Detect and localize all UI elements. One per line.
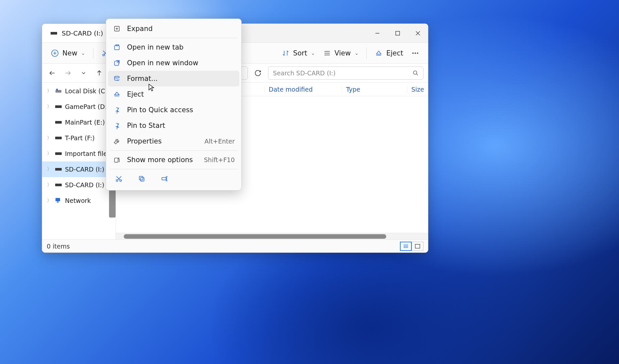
- menu-item-label: Open in new window: [127, 59, 198, 67]
- svg-rect-22: [56, 90, 61, 93]
- menu-item-wrench[interactable]: PropertiesAlt+Enter: [108, 133, 239, 149]
- refresh-button[interactable]: [252, 68, 263, 79]
- window-controls: [367, 24, 428, 43]
- menu-item-label: Open in new tab: [127, 43, 183, 51]
- chevron-right-icon[interactable]: 〉: [47, 182, 52, 188]
- menu-separator: [110, 38, 237, 38]
- format-icon: [113, 74, 121, 83]
- arrow-right-icon: [64, 69, 71, 77]
- close-icon: [415, 31, 421, 36]
- nav-tree: 〉Local Disk (C:)〉GamePart (D:)〉MainPart …: [42, 83, 116, 239]
- tree-item[interactable]: 〉SD-CARD (I:): [42, 161, 116, 177]
- maximize-button[interactable]: [388, 24, 408, 43]
- svg-rect-35: [116, 45, 119, 46]
- view-button[interactable]: View ⌄: [320, 47, 362, 59]
- details-view-toggle[interactable]: [400, 242, 412, 251]
- drive-icon: [55, 168, 62, 171]
- tree-item[interactable]: 〉SD-CARD (I:): [42, 177, 116, 193]
- menu-item-eject[interactable]: Eject: [108, 86, 239, 102]
- menu-item-more[interactable]: Show more optionsShift+F10: [108, 152, 239, 168]
- menu-item-new-tab[interactable]: Open in new tab: [108, 39, 239, 55]
- more-icon: [113, 156, 121, 164]
- svg-rect-43: [140, 177, 144, 181]
- chevron-right-icon[interactable]: 〉: [47, 198, 52, 204]
- chevron-down-icon: ⌄: [355, 51, 358, 56]
- up-button[interactable]: [94, 68, 105, 79]
- tree-item[interactable]: 〉MainPart (E:): [42, 114, 116, 130]
- svg-point-37: [115, 76, 119, 78]
- minimize-button[interactable]: [367, 24, 388, 43]
- list-icon: [403, 244, 409, 249]
- new-label: New: [62, 49, 77, 57]
- new-button[interactable]: New ⌄: [47, 47, 88, 59]
- search-input[interactable]: Search SD-CARD (I:): [268, 67, 423, 80]
- tree-item-label: SD-CARD (I:): [65, 181, 104, 189]
- arrow-left-icon: [49, 69, 56, 77]
- chevron-right-icon[interactable]: 〉: [47, 151, 52, 157]
- eject-label: Eject: [386, 49, 403, 57]
- status-item-count: 0 items: [47, 243, 70, 250]
- chevron-down-icon: ⌄: [311, 51, 315, 56]
- tree-item[interactable]: 〉Network: [42, 193, 116, 208]
- refresh-icon: [254, 69, 262, 77]
- back-button[interactable]: [47, 68, 58, 79]
- forward-button[interactable]: [62, 68, 73, 79]
- chevron-right-icon[interactable]: 〉: [47, 135, 52, 141]
- tab-title: SD-CARD (I:): [62, 29, 103, 37]
- cut-icon: [115, 175, 122, 184]
- separator: [93, 48, 93, 59]
- svg-rect-34: [115, 46, 119, 50]
- menu-item-pin[interactable]: Pin to Quick access: [108, 102, 239, 118]
- svg-rect-30: [415, 244, 420, 248]
- new-tab-icon: [113, 43, 121, 52]
- eject-button[interactable]: Eject: [371, 47, 406, 59]
- copy-button[interactable]: [136, 174, 147, 185]
- status-bar: 0 items: [42, 239, 428, 252]
- tab-active[interactable]: SD-CARD (I:): [42, 24, 111, 42]
- view-toggles: [400, 242, 423, 251]
- svg-point-14: [412, 53, 414, 54]
- chevron-down-icon: ⌄: [81, 51, 85, 56]
- sort-label: Sort: [293, 49, 307, 57]
- menu-item-new-window[interactable]: Open in new window: [108, 55, 239, 71]
- tree-item[interactable]: 〉GamePart (D:): [42, 99, 116, 114]
- copy-icon: [138, 175, 145, 184]
- disk-icon: [55, 88, 62, 94]
- tree-item[interactable]: 〉T-Part (F:): [42, 130, 116, 146]
- menu-item-label: Pin to Start: [127, 122, 165, 129]
- minimize-icon: [375, 31, 380, 36]
- chevron-right-icon[interactable]: 〉: [47, 104, 52, 110]
- drive-icon: [55, 184, 62, 186]
- chevron-right-icon[interactable]: 〉: [47, 88, 52, 94]
- menu-item-label: Eject: [127, 90, 144, 98]
- maximize-icon: [395, 31, 400, 36]
- menu-item-expand[interactable]: Expand: [108, 21, 239, 37]
- thumbnails-view-toggle[interactable]: [412, 242, 423, 251]
- tree-item-label: GamePart (D:): [65, 103, 109, 110]
- horizontal-scrollbar[interactable]: [116, 233, 428, 239]
- cut-button[interactable]: [113, 174, 124, 185]
- sort-button[interactable]: Sort ⌄: [278, 47, 318, 59]
- menu-item-pin[interactable]: Pin to Start: [108, 118, 239, 133]
- scrollbar-thumb[interactable]: [124, 234, 386, 239]
- menu-item-label: Format...: [127, 75, 158, 83]
- close-button[interactable]: [408, 24, 428, 43]
- tree-item-label: Important files: [65, 150, 110, 157]
- recent-button[interactable]: [78, 68, 89, 79]
- menu-icon-row: [108, 171, 239, 188]
- view-label: View: [335, 49, 351, 57]
- chevron-right-icon[interactable]: 〉: [47, 166, 52, 172]
- column-type[interactable]: Type: [342, 86, 407, 93]
- new-window-icon: [113, 59, 121, 67]
- plus-circle-icon: [51, 49, 59, 57]
- svg-rect-1: [396, 31, 400, 35]
- menu-item-format[interactable]: Format...: [108, 71, 239, 86]
- rename-button[interactable]: [159, 174, 170, 185]
- column-date[interactable]: Date modified: [265, 86, 342, 93]
- more-button[interactable]: [408, 47, 423, 59]
- chevron-down-icon: [81, 70, 87, 76]
- svg-rect-44: [139, 176, 143, 180]
- tree-item[interactable]: 〉Local Disk (C:): [42, 83, 116, 99]
- column-size[interactable]: Size: [407, 86, 428, 93]
- tree-item[interactable]: 〉Important files: [42, 146, 116, 161]
